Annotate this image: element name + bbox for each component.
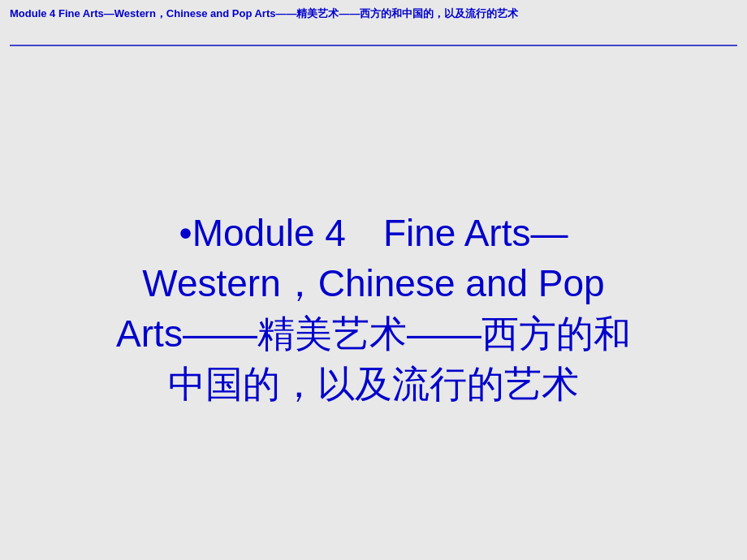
bullet-point: • xyxy=(179,212,192,254)
header-area: Module 4 Fine Arts—Western，Chinese and P… xyxy=(0,0,747,26)
header-text: Module 4 Fine Arts—Western，Chinese and P… xyxy=(10,6,708,21)
slide-container: Module 4 Fine Arts—Western，Chinese and P… xyxy=(0,0,747,560)
main-content: •Module 4 Fine Arts—Western，Chinese and … xyxy=(0,57,747,560)
header-divider xyxy=(10,45,737,46)
main-title-text: •Module 4 Fine Arts—Western，Chinese and … xyxy=(84,208,663,409)
